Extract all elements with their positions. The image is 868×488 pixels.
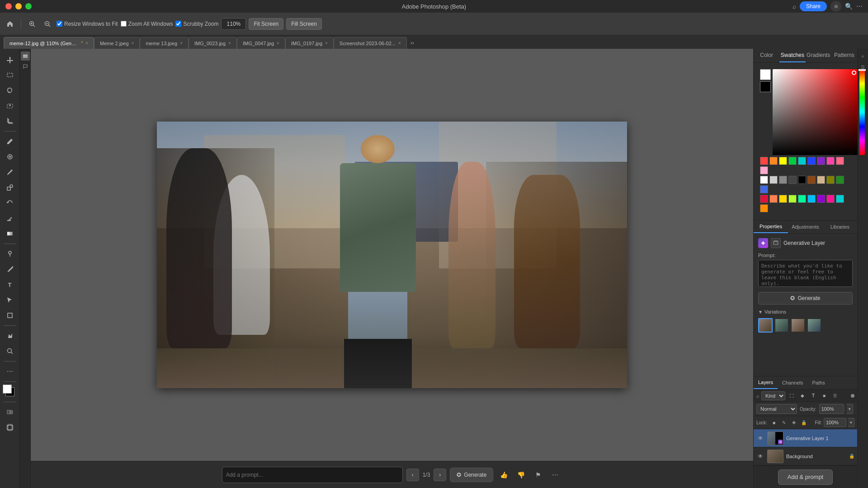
swatch-black[interactable] [798, 176, 806, 184]
swatch-darkgray[interactable] [788, 176, 797, 184]
thumbs-up-button[interactable]: 👍 [497, 468, 510, 482]
path-selection-tool[interactable] [3, 293, 17, 307]
swatches-tab[interactable]: Swatches [779, 49, 805, 62]
swatch-greenyellow[interactable] [788, 195, 797, 203]
layer-filter-adjust-icon[interactable]: ◆ [798, 391, 807, 400]
color-hue-bar[interactable] [859, 69, 865, 155]
layer-item-background[interactable]: 👁 Background 🔒 [754, 447, 857, 465]
layer-filter-type-icon[interactable]: T [809, 391, 818, 400]
opacity-input[interactable] [819, 404, 844, 414]
zoom-all-checkbox[interactable] [121, 21, 127, 27]
fill-screen-button[interactable]: Fill Screen [286, 18, 322, 30]
tab-close-6[interactable]: × [398, 41, 401, 46]
background-swatch[interactable] [760, 81, 771, 92]
paths-tab[interactable]: Paths [808, 376, 830, 389]
opacity-dropdown[interactable]: ▼ [847, 404, 853, 414]
fill-input[interactable] [824, 418, 846, 427]
lock-artboards-button[interactable]: ✥ [790, 418, 798, 427]
variation-4[interactable] [807, 318, 821, 333]
tab-meme12[interactable]: meme-12.jpg @ 110% (Generative Layer 1, … [4, 37, 94, 49]
marquee-tool[interactable] [3, 68, 17, 82]
swatch-brown[interactable] [807, 176, 816, 184]
add-and-prompt-button[interactable]: Add & prompt [778, 469, 833, 485]
scrubby-zoom-label[interactable]: Scrubby Zoom [183, 21, 218, 27]
pen-tool[interactable] [3, 262, 17, 277]
tab-close-1[interactable]: × [132, 41, 134, 46]
variation-1[interactable] [758, 318, 773, 333]
layer-filter-shape-icon[interactable]: ■ [820, 391, 829, 400]
more-options-button[interactable]: ⋯ [548, 468, 562, 482]
foreground-color[interactable] [3, 385, 12, 394]
swatch-cyan[interactable] [798, 157, 806, 165]
type-tool[interactable]: T [3, 277, 17, 292]
adjustments-tab[interactable]: Adjustments [788, 221, 822, 233]
thumbs-down-button[interactable]: 👎 [514, 468, 528, 482]
home-button[interactable] [4, 18, 16, 30]
tab-img0197[interactable]: IMG_0197.jpg × [285, 37, 334, 49]
search-layers-icon[interactable]: ⌕ [756, 393, 760, 399]
swatch-deepskyblue[interactable] [807, 195, 816, 203]
lasso-tool[interactable] [3, 83, 17, 98]
swatch-springgreen[interactable] [798, 195, 806, 203]
swatch-deeppink[interactable] [826, 195, 835, 203]
swatch-purple[interactable] [817, 157, 825, 165]
swatch-blue[interactable] [807, 157, 816, 165]
zoom-percentage-input[interactable] [221, 18, 246, 30]
swatch-white[interactable] [760, 176, 768, 184]
lock-all-button[interactable]: 🔒 [800, 418, 808, 427]
swatch-midgray[interactable] [779, 176, 787, 184]
swatch-yellow[interactable] [779, 157, 787, 165]
more-btn[interactable]: ⋯ [856, 3, 863, 10]
object-selection-tool[interactable] [3, 99, 17, 113]
layer-kind-select[interactable]: Kind [761, 391, 785, 400]
zoom-all-label[interactable]: Zoom All Windows [128, 21, 173, 27]
screen-mode-button[interactable] [3, 420, 17, 435]
eyedropper-tool[interactable] [3, 134, 17, 149]
swatch-red[interactable] [760, 157, 768, 165]
canvas-container[interactable] [31, 49, 753, 461]
variation-3[interactable] [791, 318, 805, 333]
contextual-task-bar-icon[interactable] [21, 52, 30, 61]
comments-icon[interactable] [21, 62, 30, 71]
foreground-swatch[interactable] [760, 69, 771, 80]
tab-close-3[interactable]: × [228, 41, 231, 46]
tab-img0023[interactable]: IMG_0023.jpg × [189, 37, 237, 49]
swatch-tan[interactable] [817, 176, 825, 184]
swatch-pink[interactable] [826, 157, 835, 165]
prompt-textarea[interactable] [758, 260, 853, 287]
swatch-crimson[interactable] [760, 195, 768, 203]
lock-position-button[interactable]: ✎ [780, 418, 788, 427]
quick-mask-button[interactable] [3, 405, 17, 419]
minimize-button[interactable] [15, 3, 22, 9]
layer-visibility-btn-0[interactable]: 👁 [756, 434, 764, 442]
layer-visibility-btn-1[interactable]: 👁 [756, 452, 764, 460]
variations-header[interactable]: ▼ Variations [758, 309, 853, 314]
fill-dropdown[interactable]: ▼ [848, 418, 854, 427]
swatch-lightpink[interactable] [760, 166, 768, 174]
libraries-tab[interactable]: Libraries [823, 221, 857, 233]
more-tools[interactable]: ⋯ [3, 364, 17, 379]
tab-overflow-button[interactable]: ›› [407, 37, 418, 49]
heal-tool[interactable] [3, 150, 17, 164]
fit-screen-button[interactable]: Fit Screen [249, 18, 283, 30]
variation-2[interactable] [774, 318, 789, 333]
swatch-royalblue[interactable] [760, 185, 768, 193]
eraser-tool[interactable] [3, 211, 17, 225]
tab-meme2[interactable]: Meme 2.jpeg × [94, 37, 140, 49]
tab-close-5[interactable]: × [325, 41, 328, 46]
tab-screenshot[interactable]: Screenshot 2023-06-02... × [334, 37, 407, 49]
gradient-tool[interactable] [3, 226, 17, 241]
swatch-darkturquoise[interactable] [836, 195, 844, 203]
layers-tab[interactable]: Layers [754, 376, 778, 389]
swatch-olive[interactable] [826, 176, 835, 184]
swatch-gold[interactable] [779, 195, 787, 203]
brush-tool[interactable] [3, 165, 17, 179]
color-gradient-picker[interactable] [773, 69, 858, 155]
history-brush-tool[interactable] [3, 196, 17, 210]
tab-meme13[interactable]: meme 13.jpeg × [140, 37, 189, 49]
swatch-coral[interactable] [769, 195, 778, 203]
tab-close-4[interactable]: × [277, 41, 279, 46]
tab-close-0[interactable]: × [85, 41, 88, 46]
resize-windows-checkbox[interactable] [57, 21, 62, 27]
move-tool[interactable] [3, 52, 17, 67]
